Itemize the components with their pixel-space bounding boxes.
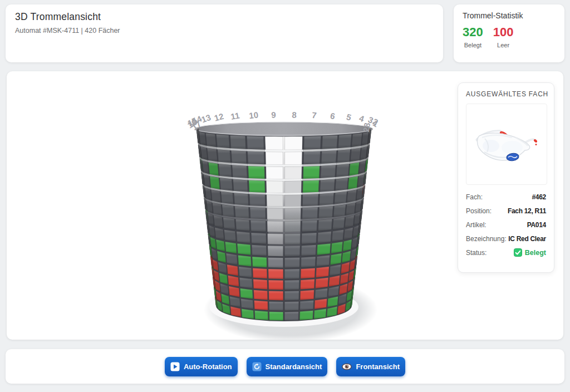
drum-cell[interactable] bbox=[352, 133, 362, 147]
drum-cell[interactable] bbox=[233, 179, 248, 192]
drum-cell[interactable] bbox=[268, 233, 283, 244]
drum-cell[interactable] bbox=[284, 233, 300, 244]
drum-cell[interactable] bbox=[232, 165, 247, 178]
drum-cell[interactable] bbox=[251, 233, 266, 244]
drum-cell[interactable] bbox=[249, 180, 265, 193]
standard-view-button[interactable]: Standardansicht bbox=[247, 357, 328, 376]
drum-cell[interactable] bbox=[211, 190, 221, 203]
drum-cell[interactable] bbox=[330, 253, 342, 265]
drum-cell[interactable] bbox=[316, 255, 330, 266]
drum-cell[interactable] bbox=[303, 166, 320, 179]
drum-cell[interactable] bbox=[302, 233, 317, 244]
drum-cell[interactable] bbox=[248, 166, 265, 179]
drum-cell[interactable] bbox=[338, 134, 351, 148]
drum-cell[interactable] bbox=[238, 255, 252, 266]
drum-cell[interactable] bbox=[315, 288, 328, 299]
drum-cell[interactable] bbox=[249, 194, 266, 206]
drum-cell[interactable] bbox=[300, 301, 314, 311]
front-view-button[interactable]: Frontansicht bbox=[336, 357, 405, 376]
drum-cell[interactable] bbox=[337, 149, 351, 163]
drum-cell[interactable] bbox=[250, 207, 266, 219]
drum-cell[interactable] bbox=[214, 215, 223, 228]
drum-cell[interactable] bbox=[320, 193, 334, 205]
drum-cell[interactable] bbox=[321, 165, 336, 178]
drum-cell[interactable] bbox=[269, 291, 283, 301]
drum-cell[interactable] bbox=[252, 245, 267, 256]
drum-cell[interactable] bbox=[329, 276, 340, 287]
drum-cell[interactable] bbox=[350, 148, 361, 162]
drum-cell[interactable] bbox=[224, 229, 236, 242]
drum-cell[interactable] bbox=[284, 258, 299, 268]
drum-cell[interactable] bbox=[235, 219, 249, 231]
drum-cell[interactable] bbox=[322, 135, 337, 149]
drum-cell[interactable] bbox=[247, 136, 264, 150]
drum-cell[interactable] bbox=[207, 148, 218, 162]
drum-cell[interactable] bbox=[226, 253, 238, 265]
drum-cell[interactable] bbox=[239, 278, 252, 288]
drum-cell[interactable] bbox=[223, 217, 235, 229]
drum-cell[interactable] bbox=[317, 232, 331, 243]
drum-cell[interactable] bbox=[284, 195, 301, 207]
drum-cell[interactable] bbox=[221, 192, 234, 204]
drum-cell[interactable] bbox=[321, 150, 337, 164]
drum-cell[interactable] bbox=[333, 204, 346, 217]
drum-cell[interactable] bbox=[336, 164, 349, 177]
drum-cell[interactable] bbox=[284, 152, 302, 165]
drum-cell[interactable] bbox=[316, 278, 328, 288]
drum-cell[interactable] bbox=[284, 166, 302, 179]
drum-cell[interactable] bbox=[335, 178, 348, 191]
drum-cell[interactable] bbox=[302, 194, 318, 206]
drum-cell[interactable] bbox=[319, 206, 333, 218]
drum-cell[interactable] bbox=[222, 204, 234, 217]
drum-cell[interactable] bbox=[349, 163, 359, 176]
drum-cell[interactable] bbox=[304, 136, 321, 150]
drum-cell[interactable] bbox=[284, 208, 301, 220]
drum-cell[interactable] bbox=[302, 220, 317, 232]
drum-cell[interactable] bbox=[266, 181, 283, 193]
drum-cell[interactable] bbox=[227, 264, 238, 276]
drum-cell[interactable] bbox=[331, 242, 343, 253]
drum-cell[interactable] bbox=[284, 312, 298, 321]
drum-cell[interactable] bbox=[320, 179, 335, 192]
drum-cell[interactable] bbox=[285, 136, 303, 150]
drum-cell[interactable] bbox=[242, 309, 254, 319]
drum-cell[interactable] bbox=[267, 208, 283, 220]
drum-cell[interactable] bbox=[345, 215, 354, 228]
drum-cell[interactable] bbox=[299, 311, 313, 320]
drum-cell[interactable] bbox=[333, 217, 345, 229]
drum-cell[interactable] bbox=[301, 279, 315, 290]
drum-cell[interactable] bbox=[267, 195, 283, 207]
drum-cell[interactable] bbox=[284, 291, 299, 301]
drum-cell[interactable] bbox=[346, 203, 355, 215]
drum-cell[interactable] bbox=[303, 180, 319, 193]
drum-cell[interactable] bbox=[268, 269, 283, 279]
drum-cell[interactable] bbox=[284, 269, 299, 279]
drum-cell[interactable] bbox=[228, 276, 239, 287]
drum-cell[interactable] bbox=[218, 149, 231, 163]
drum-cell[interactable] bbox=[225, 242, 237, 253]
auto-rotation-button[interactable]: Auto-Rotation bbox=[165, 357, 238, 376]
drum-cell[interactable] bbox=[301, 268, 315, 278]
drum-cell[interactable] bbox=[199, 132, 207, 146]
drum-cell[interactable] bbox=[300, 290, 314, 300]
drum-cell[interactable] bbox=[302, 207, 318, 219]
drum-cell[interactable] bbox=[301, 245, 316, 256]
drum-cell[interactable] bbox=[234, 193, 248, 205]
drum-cell[interactable] bbox=[347, 190, 357, 203]
drum-cell[interactable] bbox=[284, 221, 301, 232]
drum-cell[interactable] bbox=[266, 152, 283, 165]
drum-cell[interactable] bbox=[219, 164, 232, 177]
drum-cell[interactable] bbox=[216, 134, 229, 148]
drum-cell[interactable] bbox=[266, 136, 283, 150]
drum-cell[interactable] bbox=[215, 228, 224, 240]
drum-cell[interactable] bbox=[330, 264, 341, 276]
drum-cell[interactable] bbox=[303, 151, 320, 165]
drum-cell[interactable] bbox=[231, 150, 247, 164]
drum-cell[interactable] bbox=[248, 151, 264, 165]
drum-cell[interactable] bbox=[253, 268, 267, 278]
drum-cell[interactable] bbox=[237, 232, 250, 243]
drum-cell[interactable] bbox=[200, 146, 208, 160]
drum-cell[interactable] bbox=[210, 176, 220, 189]
drum-cell[interactable] bbox=[240, 288, 253, 299]
drum-cell[interactable] bbox=[316, 267, 330, 278]
